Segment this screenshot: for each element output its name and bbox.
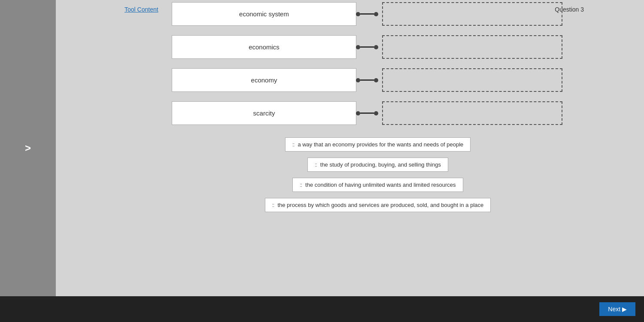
term-box-4[interactable]: scarcity [172, 101, 356, 125]
drag-handle-icon-4: :: [272, 202, 274, 208]
answer-item-4[interactable]: :: the process by which goods and servic… [265, 198, 491, 212]
answer-text-3: the condition of having unlimited wants … [305, 182, 456, 188]
dot-right-1 [374, 12, 378, 16]
answer-text-4: the process by which goods and services … [277, 202, 483, 208]
dot-right-3 [374, 78, 378, 82]
dot-left-3 [356, 78, 360, 82]
term-label-1: economic system [239, 10, 289, 18]
bottom-bar: Next ▶ [0, 296, 644, 322]
term-label-2: economics [249, 43, 279, 51]
answers-area: :: a way that an economy provides for th… [112, 137, 644, 212]
drop-box-1[interactable] [382, 2, 562, 26]
term-label-3: economy [251, 76, 277, 84]
tool-content-link[interactable]: Tool Content [125, 6, 158, 13]
term-box-2[interactable]: economics [172, 35, 356, 59]
connector-3 [356, 78, 378, 82]
dot-left-1 [356, 12, 360, 16]
answer-item-2[interactable]: :: the study of producing, buying, and s… [307, 158, 448, 172]
dot-left-4 [356, 111, 360, 115]
answer-item-3[interactable]: :: the condition of having unlimited wan… [292, 178, 463, 192]
dot-right-2 [374, 45, 378, 49]
connector-2 [356, 45, 378, 49]
line-2 [360, 46, 374, 48]
drop-box-4[interactable] [382, 101, 562, 125]
line-3 [360, 79, 374, 81]
answer-text-1: a way that an economy provides for the w… [298, 141, 463, 148]
sidebar-arrow[interactable]: > [25, 142, 31, 154]
dot-right-4 [374, 111, 378, 115]
drag-handle-icon-3: :: [300, 182, 302, 188]
line-1 [360, 13, 374, 15]
dot-left-2 [356, 45, 360, 49]
drag-handle-icon-1: :: [292, 142, 295, 148]
term-label-4: scarcity [253, 109, 275, 117]
next-button[interactable]: Next ▶ [599, 302, 635, 316]
connector-4 [356, 111, 378, 115]
left-sidebar: > [0, 0, 56, 296]
drop-box-3[interactable] [382, 68, 562, 92]
terms-column: economic system economics economy [172, 2, 361, 125]
connector-1 [356, 12, 378, 16]
line-4 [360, 112, 374, 114]
drop-box-2[interactable] [382, 35, 562, 59]
main-area: Tool Content Question 3 economic system … [56, 0, 644, 296]
term-box-1[interactable]: economic system [172, 2, 356, 26]
drop-column [382, 2, 562, 125]
term-box-3[interactable]: economy [172, 68, 356, 92]
answer-item-1[interactable]: :: a way that an economy provides for th… [285, 137, 471, 152]
answer-text-2: the study of producing, buying, and sell… [320, 161, 441, 168]
drag-handle-icon-2: :: [315, 162, 317, 168]
